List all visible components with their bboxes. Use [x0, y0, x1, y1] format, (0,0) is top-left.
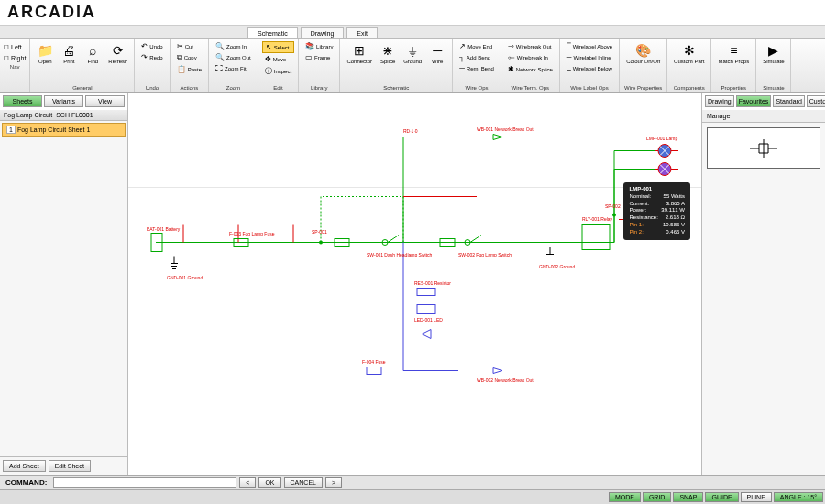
nav-left[interactable]: ◻ Left — [2, 41, 28, 52]
cursor-icon: ↖ — [266, 43, 272, 51]
group-zoom: 🔍Zoom In 🔍Zoom Out ⛶Zoom Fit Zoom — [209, 39, 258, 92]
frame-icon: ▭ — [305, 53, 313, 61]
addbend-button[interactable]: ┐Add Bend — [456, 52, 497, 62]
tab-drawing[interactable]: Drawing — [301, 27, 345, 38]
cmd-back-button[interactable]: < — [239, 477, 256, 488]
svg-text:BAT-001
Battery: BAT-001 Battery — [147, 226, 181, 232]
wire-button[interactable]: ─Wire — [426, 41, 448, 66]
wbin-button[interactable]: ⟜Wirebreak In — [505, 52, 556, 63]
schematic-canvas[interactable]: RD·1·0 BAT-001 Battery GND-001 Ground F-… — [128, 93, 701, 475]
command-label: COMMAND: — [2, 478, 50, 487]
svg-text:F-003
Fog Lamp Fuse: F-003 Fog Lamp Fuse — [229, 231, 275, 236]
cmd-fwd-button[interactable]: > — [325, 477, 342, 488]
refresh-icon: ⟳ — [113, 43, 124, 58]
tab-favourites[interactable]: Favourites — [736, 95, 772, 107]
tab-drawing-r[interactable]: Drawing — [705, 95, 734, 107]
connector-icon: ⊞ — [354, 43, 365, 58]
group-actions: ✂Cut ⧉Copy 📋Paste Actions — [170, 39, 209, 92]
svg-text:RLY-001
Relay: RLY-001 Relay — [582, 216, 613, 222]
status-mode[interactable]: MODE — [609, 492, 641, 502]
nav-right[interactable]: ◻ Right — [2, 52, 28, 63]
svg-rect-23 — [417, 289, 435, 296]
svg-line-15 — [470, 236, 481, 243]
symbol-preview[interactable] — [707, 127, 820, 169]
cmd-cancel-button[interactable]: CANCEL — [284, 477, 323, 488]
frame-button[interactable]: ▭Frame — [302, 52, 336, 62]
inspect-icon: ⓘ — [265, 66, 272, 76]
rembend-button[interactable]: ─Rem. Bend — [456, 63, 497, 73]
edit-sheet-button[interactable]: Edit Sheet — [49, 460, 91, 472]
left-panel: Sheets Variants View Fog Lamp Circuit ·S… — [0, 93, 128, 475]
wlinline-button[interactable]: ─Wirelabel Inline — [564, 52, 615, 62]
zoom-in-button[interactable]: 🔍Zoom In — [213, 41, 254, 51]
ground-button[interactable]: ⏚Ground — [401, 41, 424, 66]
group-simulate: ▶Simulate Simulate — [756, 39, 791, 92]
paste-button[interactable]: 📋Paste — [174, 64, 204, 74]
folder-icon: 📁 — [38, 43, 53, 58]
undo-icon: ↶ — [141, 42, 148, 50]
wbout-button[interactable]: ⊸Wirebreak Out — [505, 41, 556, 51]
match-icon: ≡ — [730, 43, 737, 58]
custompart-button[interactable]: ✻Custom Part — [671, 41, 707, 66]
wire-icon: ─ — [433, 43, 442, 58]
svg-text:WB-002
Network Break Out: WB-002 Network Break Out — [477, 378, 534, 383]
zoom-in-icon: 🔍 — [215, 42, 225, 50]
refresh-button[interactable]: ⟳Refresh — [105, 41, 130, 66]
status-bar: MODE GRID SNAP GUIDE PLINE ANGLE : 15° — [0, 489, 825, 504]
open-button[interactable]: 📁Open — [34, 41, 56, 66]
print-icon: 🖨 — [62, 43, 75, 58]
tab-variants[interactable]: Variants — [44, 95, 83, 107]
group-edit: ↖Select ✥Move ⓘInspect Edit — [258, 39, 299, 92]
status-guide[interactable]: GUIDE — [705, 492, 738, 502]
command-input[interactable] — [53, 477, 236, 488]
status-pline[interactable]: PLINE — [741, 492, 772, 502]
nav-group: ◻ Left ◻ Right Nav — [0, 39, 30, 92]
undo-button[interactable]: ↶Undo — [138, 41, 165, 51]
move-button[interactable]: ✥Move — [262, 54, 294, 64]
group-wireterm: ⊸Wirebreak Out ⟜Wirebreak In ✱Network Sp… — [501, 39, 560, 92]
connector-button[interactable]: ⊞Connector — [344, 41, 375, 66]
cmd-ok-button[interactable]: OK — [258, 477, 280, 488]
cut-button[interactable]: ✂Cut — [174, 41, 204, 51]
simulate-button[interactable]: ▶Simulate — [760, 41, 786, 66]
zoom-out-button[interactable]: 🔍Zoom Out — [213, 52, 254, 62]
svg-text:LED-001
LED: LED-001 LED — [414, 317, 443, 323]
tree-header: Fog Lamp Circuit ·SCH·FL0001 — [0, 110, 127, 121]
tab-exit[interactable]: Exit — [346, 27, 378, 38]
cut-icon: ✂ — [177, 42, 183, 50]
inspect-button[interactable]: ⓘInspect — [262, 65, 294, 77]
add-sheet-button[interactable]: Add Sheet — [3, 460, 46, 472]
wlabove-button[interactable]: ⎺Wirelabel Above — [564, 41, 615, 51]
status-snap[interactable]: SNAP — [673, 492, 703, 502]
select-button[interactable]: ↖Select — [262, 41, 294, 53]
splice-icon: ⋇ — [382, 43, 393, 58]
copy-icon: ⧉ — [177, 53, 182, 62]
tab-standard[interactable]: Standard — [773, 95, 804, 107]
tab-custom[interactable]: Custom — [807, 95, 825, 107]
zoom-fit-button[interactable]: ⛶Zoom Fit — [213, 63, 254, 73]
nsplice-button[interactable]: ✱Network Splice — [505, 64, 556, 74]
app-logo: ARCADIA — [0, 0, 825, 26]
tab-schematic[interactable]: Schematic — [248, 27, 298, 38]
status-angle[interactable]: ANGLE : 15° — [774, 492, 823, 502]
tree-item[interactable]: 1Fog Lamp Circuit Sheet 1 — [2, 123, 126, 137]
print-button[interactable]: 🖨Print — [58, 41, 80, 66]
find-button[interactable]: ⌕Find — [82, 41, 104, 66]
command-bar: COMMAND: < OK CANCEL > — [0, 475, 825, 489]
redo-button[interactable]: ↷Redo — [138, 52, 165, 62]
library-button[interactable]: 📚Library — [302, 41, 336, 51]
matchprops-button[interactable]: ≡Match Props — [715, 41, 752, 66]
colour-button[interactable]: 🎨Colour On/Off — [623, 41, 663, 66]
svg-text:SW-001
Dash Headlamp Switch: SW-001 Dash Headlamp Switch — [367, 252, 433, 257]
svg-text:RD·1·0: RD·1·0 — [403, 128, 418, 134]
svg-text:LMP-001
Lamp: LMP-001 Lamp — [646, 136, 677, 141]
svg-marker-34 — [493, 368, 502, 374]
wlbelow-button[interactable]: ⎽Wirelabel Below — [564, 63, 615, 73]
moveend-button[interactable]: ↗Move End — [456, 41, 497, 51]
status-grid[interactable]: GRID — [643, 492, 672, 502]
tab-view[interactable]: View — [85, 95, 125, 107]
tab-sheets[interactable]: Sheets — [3, 95, 42, 107]
splice-button[interactable]: ⋇Splice — [377, 41, 399, 66]
svg-text:RES-001
Resistor: RES-001 Resistor — [414, 280, 451, 286]
copy-button[interactable]: ⧉Copy — [174, 52, 204, 63]
